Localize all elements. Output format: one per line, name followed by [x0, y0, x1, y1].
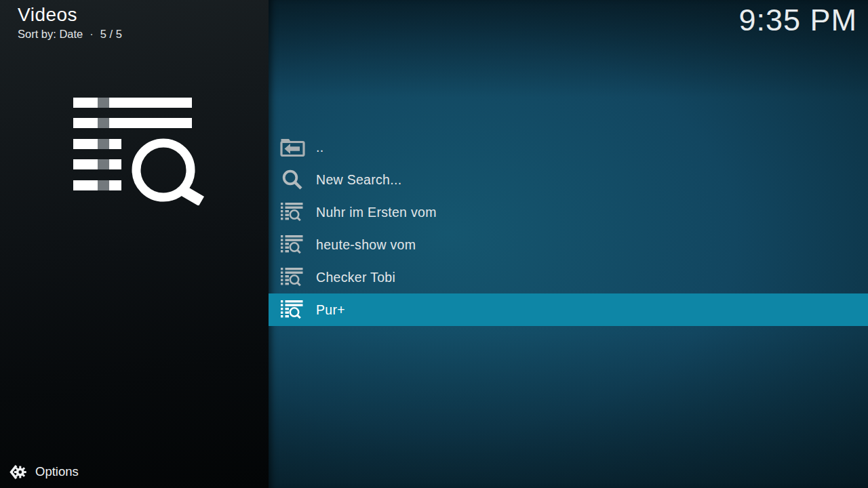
list-item-saved-search[interactable]: heute-show vom: [269, 228, 868, 261]
list-item-saved-search[interactable]: Checker Tobi: [269, 261, 868, 293]
list-item-label: Pur+: [316, 302, 345, 318]
sort-status: Sort by: Date·5 / 5: [18, 28, 122, 41]
saved-search-icon: [279, 235, 306, 255]
list-item-new-search[interactable]: New Search...: [269, 163, 868, 196]
list-item-parent-directory[interactable]: ..: [269, 131, 868, 163]
item-count: 5 / 5: [100, 28, 122, 40]
left-panel: Videos Sort by: Date·5 / 5: [0, 0, 269, 488]
header: Videos Sort by: Date·5 / 5: [18, 4, 122, 41]
saved-search-icon: [279, 202, 306, 222]
options-button[interactable]: Options: [9, 462, 79, 482]
saved-search-artwork-icon: [73, 96, 206, 205]
separator-dot: ·: [90, 28, 94, 40]
page-title: Videos: [18, 4, 122, 26]
options-gear-icon: [9, 464, 26, 480]
saved-search-icon: [279, 267, 306, 287]
clock: 9:35 PM: [738, 3, 857, 38]
list-item-label: Checker Tobi: [316, 270, 395, 285]
kodi-videos-screen: Videos Sort by: Date·5 / 5: [0, 0, 868, 488]
folder-back-icon: [279, 138, 306, 157]
search-icon: [279, 169, 306, 191]
list-item-saved-search[interactable]: Nuhr im Ersten vom: [269, 196, 868, 228]
list-item-label: ..: [316, 140, 323, 155]
sort-by-label: Sort by: Date: [18, 28, 83, 40]
content-panel: 9:35 PM ..: [269, 0, 868, 488]
file-list: .. New Search...: [269, 131, 868, 326]
list-item-saved-search-selected[interactable]: Pur+: [269, 293, 868, 326]
options-label: Options: [35, 464, 79, 479]
list-item-label: heute-show vom: [316, 237, 416, 253]
list-item-label: New Search...: [316, 172, 401, 188]
saved-search-icon: [279, 300, 306, 320]
list-item-label: Nuhr im Ersten vom: [316, 205, 437, 220]
